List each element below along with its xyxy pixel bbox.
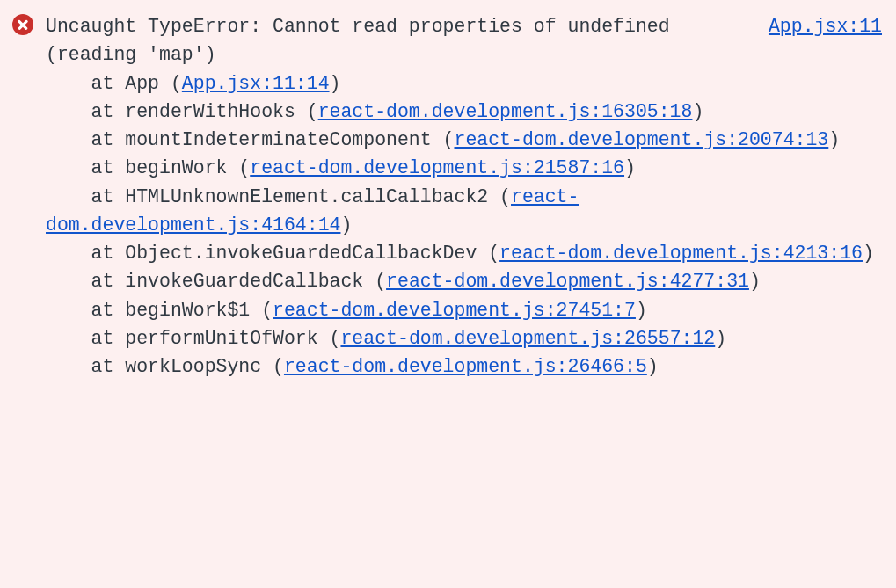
stack-frame-text: ) (340, 214, 352, 236)
stack-frame-text: ) (692, 101, 703, 122)
stack-frame-text: at App ( (46, 73, 182, 94)
stack-frame: at Object.invokeGuardedCallbackDev (reac… (46, 239, 882, 267)
console-error-entry: App.jsx:11 Uncaught TypeError: Cannot re… (46, 12, 882, 381)
stack-frame-text: ) (330, 73, 341, 94)
stack-frame-text: at renderWithHooks ( (46, 101, 318, 122)
stack-frame-text: at mountIndeterminateComponent ( (46, 129, 454, 150)
stack-frame-link[interactable]: App.jsx:11:14 (182, 73, 330, 94)
stack-frame-link[interactable]: react-dom.development.js:26466:5 (284, 356, 647, 377)
stack-frame-text: at performUnitOfWork ( (46, 328, 340, 349)
stack-frame-link[interactable]: react-dom.development.js:26557:12 (340, 328, 715, 349)
error-icon (12, 14, 33, 35)
stack-frame-text: at workLoopSync ( (46, 356, 284, 377)
stack-frame-text: ) (828, 129, 840, 150)
stack-frame: at workLoopSync (react-dom.development.j… (46, 352, 882, 381)
stack-frame: at performUnitOfWork (react-dom.developm… (46, 324, 882, 352)
stack-frame-text: at invokeGuardedCallback ( (46, 271, 386, 292)
stack-frame-link[interactable]: react-dom.development.js:27451:7 (273, 300, 636, 321)
stack-frame: at renderWithHooks (react-dom.developmen… (46, 98, 882, 126)
stack-frame-text: at Object.invokeGuardedCallbackDev ( (46, 243, 499, 264)
stack-frame: at invokeGuardedCallback (react-dom.deve… (46, 267, 882, 295)
stack-frame: at App (App.jsx:11:14) (46, 69, 882, 98)
stack-frame-text: at HTMLUnknownElement.callCallback2 ( (46, 186, 511, 207)
stack-frame-link[interactable]: react-dom.development.js:4213:16 (499, 243, 863, 264)
error-source-link[interactable]: App.jsx:11 (769, 12, 882, 40)
stack-frame: at HTMLUnknownElement.callCallback2 (rea… (46, 183, 882, 240)
stack-frame-text: ) (863, 243, 874, 264)
stack-frame-link[interactable]: react-dom.development.js:4277:31 (386, 271, 749, 292)
stack-frame-text: at beginWork ( (46, 157, 250, 178)
stack-frame-text: at beginWork$1 ( (46, 300, 273, 321)
stack-frame: at mountIndeterminateComponent (react-do… (46, 126, 882, 154)
error-message: Uncaught TypeError: Cannot read properti… (46, 16, 681, 65)
stack-frame-text: ) (749, 271, 761, 292)
stack-frame-link[interactable]: react-dom.development.js:16305:18 (318, 101, 693, 122)
stack-frame: at beginWork (react-dom.development.js:2… (46, 154, 882, 182)
stack-frame-link[interactable]: react-dom.development.js:20074:13 (454, 129, 828, 150)
stack-frame-text: ) (624, 157, 636, 178)
stack-frame-text: ) (647, 356, 659, 377)
stack-frame-text: ) (715, 328, 726, 349)
stack-frame-link[interactable]: react-dom.development.js:21587:16 (250, 157, 624, 178)
stack-trace: at App (App.jsx:11:14) at renderWithHook… (46, 69, 882, 381)
stack-frame-text: ) (636, 300, 647, 321)
stack-frame: at beginWork$1 (react-dom.development.js… (46, 296, 882, 324)
